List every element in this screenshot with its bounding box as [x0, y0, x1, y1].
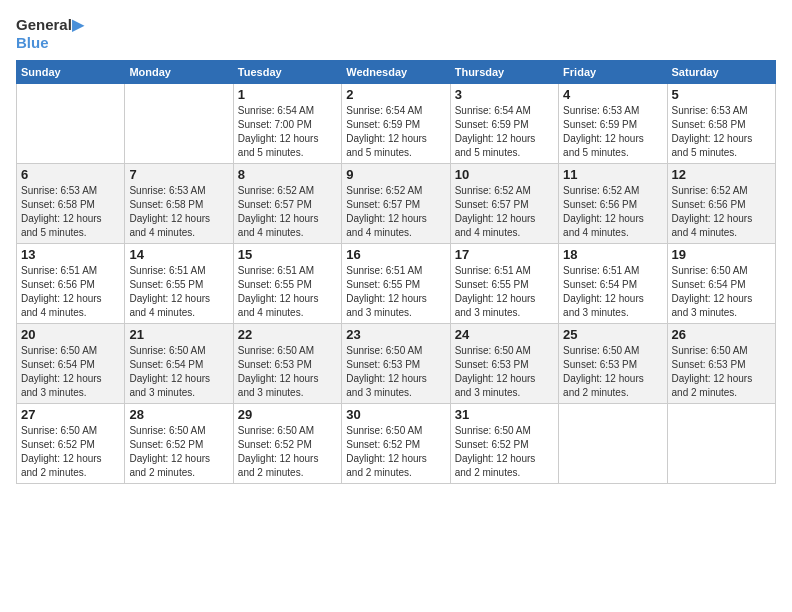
day-info: Sunrise: 6:50 AM Sunset: 6:53 PM Dayligh… — [238, 344, 337, 400]
calendar-cell: 29Sunrise: 6:50 AM Sunset: 6:52 PM Dayli… — [233, 404, 341, 484]
calendar-day-header: Sunday — [17, 61, 125, 84]
calendar-day-header: Wednesday — [342, 61, 450, 84]
day-number: 4 — [563, 87, 662, 102]
calendar-cell: 26Sunrise: 6:50 AM Sunset: 6:53 PM Dayli… — [667, 324, 775, 404]
day-number: 27 — [21, 407, 120, 422]
day-info: Sunrise: 6:51 AM Sunset: 6:55 PM Dayligh… — [238, 264, 337, 320]
calendar-cell: 30Sunrise: 6:50 AM Sunset: 6:52 PM Dayli… — [342, 404, 450, 484]
day-info: Sunrise: 6:53 AM Sunset: 6:59 PM Dayligh… — [563, 104, 662, 160]
day-info: Sunrise: 6:51 AM Sunset: 6:55 PM Dayligh… — [346, 264, 445, 320]
calendar-day-header: Tuesday — [233, 61, 341, 84]
day-info: Sunrise: 6:54 AM Sunset: 6:59 PM Dayligh… — [346, 104, 445, 160]
day-number: 29 — [238, 407, 337, 422]
day-info: Sunrise: 6:51 AM Sunset: 6:56 PM Dayligh… — [21, 264, 120, 320]
day-info: Sunrise: 6:52 AM Sunset: 6:57 PM Dayligh… — [346, 184, 445, 240]
calendar-day-header: Saturday — [667, 61, 775, 84]
calendar-cell: 15Sunrise: 6:51 AM Sunset: 6:55 PM Dayli… — [233, 244, 341, 324]
day-info: Sunrise: 6:52 AM Sunset: 6:56 PM Dayligh… — [672, 184, 771, 240]
day-number: 23 — [346, 327, 445, 342]
day-number: 13 — [21, 247, 120, 262]
calendar-cell: 3Sunrise: 6:54 AM Sunset: 6:59 PM Daylig… — [450, 84, 558, 164]
day-info: Sunrise: 6:53 AM Sunset: 6:58 PM Dayligh… — [672, 104, 771, 160]
day-number: 20 — [21, 327, 120, 342]
day-number: 21 — [129, 327, 228, 342]
calendar-cell: 14Sunrise: 6:51 AM Sunset: 6:55 PM Dayli… — [125, 244, 233, 324]
calendar-cell: 24Sunrise: 6:50 AM Sunset: 6:53 PM Dayli… — [450, 324, 558, 404]
calendar-cell: 1Sunrise: 6:54 AM Sunset: 7:00 PM Daylig… — [233, 84, 341, 164]
day-number: 7 — [129, 167, 228, 182]
day-info: Sunrise: 6:54 AM Sunset: 6:59 PM Dayligh… — [455, 104, 554, 160]
day-number: 12 — [672, 167, 771, 182]
day-number: 24 — [455, 327, 554, 342]
day-info: Sunrise: 6:50 AM Sunset: 6:54 PM Dayligh… — [21, 344, 120, 400]
calendar-cell — [667, 404, 775, 484]
calendar-day-header: Friday — [559, 61, 667, 84]
calendar-cell: 13Sunrise: 6:51 AM Sunset: 6:56 PM Dayli… — [17, 244, 125, 324]
logo: General▶ Blue — [16, 16, 84, 52]
calendar-body: 1Sunrise: 6:54 AM Sunset: 7:00 PM Daylig… — [17, 84, 776, 484]
day-info: Sunrise: 6:54 AM Sunset: 7:00 PM Dayligh… — [238, 104, 337, 160]
day-number: 14 — [129, 247, 228, 262]
day-number: 8 — [238, 167, 337, 182]
day-number: 15 — [238, 247, 337, 262]
day-info: Sunrise: 6:53 AM Sunset: 6:58 PM Dayligh… — [129, 184, 228, 240]
day-info: Sunrise: 6:50 AM Sunset: 6:53 PM Dayligh… — [563, 344, 662, 400]
calendar-cell: 18Sunrise: 6:51 AM Sunset: 6:54 PM Dayli… — [559, 244, 667, 324]
calendar-header-row: SundayMondayTuesdayWednesdayThursdayFrid… — [17, 61, 776, 84]
calendar-cell: 7Sunrise: 6:53 AM Sunset: 6:58 PM Daylig… — [125, 164, 233, 244]
day-number: 17 — [455, 247, 554, 262]
calendar-cell: 21Sunrise: 6:50 AM Sunset: 6:54 PM Dayli… — [125, 324, 233, 404]
day-info: Sunrise: 6:50 AM Sunset: 6:52 PM Dayligh… — [238, 424, 337, 480]
day-number: 2 — [346, 87, 445, 102]
calendar-cell: 6Sunrise: 6:53 AM Sunset: 6:58 PM Daylig… — [17, 164, 125, 244]
calendar-cell — [17, 84, 125, 164]
day-number: 25 — [563, 327, 662, 342]
day-info: Sunrise: 6:51 AM Sunset: 6:55 PM Dayligh… — [455, 264, 554, 320]
day-number: 10 — [455, 167, 554, 182]
calendar-cell: 8Sunrise: 6:52 AM Sunset: 6:57 PM Daylig… — [233, 164, 341, 244]
day-number: 22 — [238, 327, 337, 342]
day-info: Sunrise: 6:51 AM Sunset: 6:55 PM Dayligh… — [129, 264, 228, 320]
calendar-cell: 19Sunrise: 6:50 AM Sunset: 6:54 PM Dayli… — [667, 244, 775, 324]
day-info: Sunrise: 6:50 AM Sunset: 6:53 PM Dayligh… — [455, 344, 554, 400]
calendar-cell: 17Sunrise: 6:51 AM Sunset: 6:55 PM Dayli… — [450, 244, 558, 324]
day-info: Sunrise: 6:50 AM Sunset: 6:52 PM Dayligh… — [455, 424, 554, 480]
day-number: 3 — [455, 87, 554, 102]
day-info: Sunrise: 6:51 AM Sunset: 6:54 PM Dayligh… — [563, 264, 662, 320]
calendar-cell: 11Sunrise: 6:52 AM Sunset: 6:56 PM Dayli… — [559, 164, 667, 244]
calendar-cell: 10Sunrise: 6:52 AM Sunset: 6:57 PM Dayli… — [450, 164, 558, 244]
calendar-cell: 20Sunrise: 6:50 AM Sunset: 6:54 PM Dayli… — [17, 324, 125, 404]
calendar-cell — [559, 404, 667, 484]
day-number: 26 — [672, 327, 771, 342]
calendar-cell: 5Sunrise: 6:53 AM Sunset: 6:58 PM Daylig… — [667, 84, 775, 164]
calendar-week-row: 13Sunrise: 6:51 AM Sunset: 6:56 PM Dayli… — [17, 244, 776, 324]
day-info: Sunrise: 6:53 AM Sunset: 6:58 PM Dayligh… — [21, 184, 120, 240]
day-info: Sunrise: 6:52 AM Sunset: 6:57 PM Dayligh… — [238, 184, 337, 240]
day-number: 28 — [129, 407, 228, 422]
day-info: Sunrise: 6:50 AM Sunset: 6:53 PM Dayligh… — [672, 344, 771, 400]
calendar-cell: 9Sunrise: 6:52 AM Sunset: 6:57 PM Daylig… — [342, 164, 450, 244]
calendar-table: SundayMondayTuesdayWednesdayThursdayFrid… — [16, 60, 776, 484]
day-number: 18 — [563, 247, 662, 262]
day-number: 30 — [346, 407, 445, 422]
day-info: Sunrise: 6:50 AM Sunset: 6:52 PM Dayligh… — [21, 424, 120, 480]
day-info: Sunrise: 6:52 AM Sunset: 6:56 PM Dayligh… — [563, 184, 662, 240]
day-number: 5 — [672, 87, 771, 102]
day-number: 1 — [238, 87, 337, 102]
day-info: Sunrise: 6:50 AM Sunset: 6:52 PM Dayligh… — [346, 424, 445, 480]
logo-text: General▶ Blue — [16, 16, 84, 52]
day-info: Sunrise: 6:50 AM Sunset: 6:52 PM Dayligh… — [129, 424, 228, 480]
calendar-week-row: 27Sunrise: 6:50 AM Sunset: 6:52 PM Dayli… — [17, 404, 776, 484]
calendar-week-row: 1Sunrise: 6:54 AM Sunset: 7:00 PM Daylig… — [17, 84, 776, 164]
day-number: 9 — [346, 167, 445, 182]
day-number: 16 — [346, 247, 445, 262]
calendar-cell: 12Sunrise: 6:52 AM Sunset: 6:56 PM Dayli… — [667, 164, 775, 244]
calendar-day-header: Monday — [125, 61, 233, 84]
day-number: 6 — [21, 167, 120, 182]
calendar-cell: 22Sunrise: 6:50 AM Sunset: 6:53 PM Dayli… — [233, 324, 341, 404]
day-info: Sunrise: 6:50 AM Sunset: 6:54 PM Dayligh… — [129, 344, 228, 400]
calendar-cell: 28Sunrise: 6:50 AM Sunset: 6:52 PM Dayli… — [125, 404, 233, 484]
day-number: 11 — [563, 167, 662, 182]
calendar-cell: 27Sunrise: 6:50 AM Sunset: 6:52 PM Dayli… — [17, 404, 125, 484]
day-info: Sunrise: 6:50 AM Sunset: 6:54 PM Dayligh… — [672, 264, 771, 320]
